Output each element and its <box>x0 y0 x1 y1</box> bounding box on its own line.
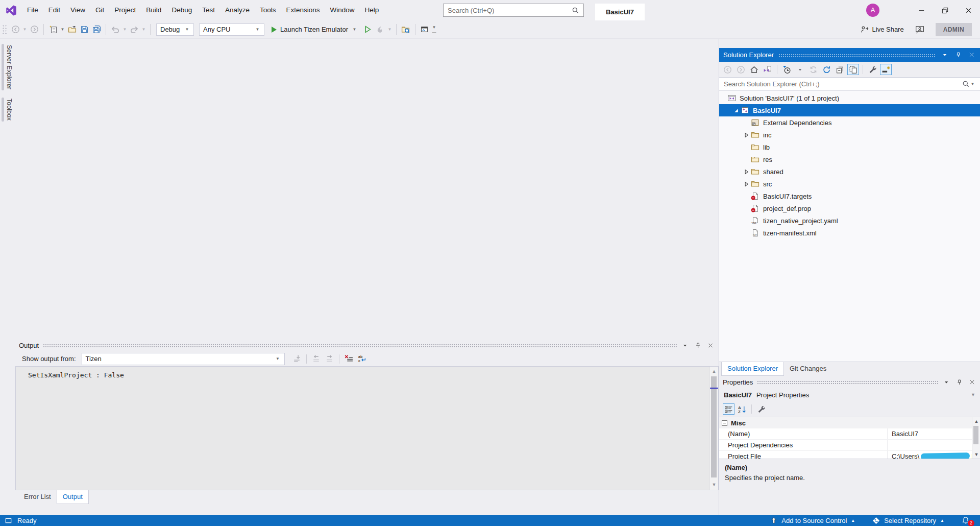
menu-item-help[interactable]: Help <box>360 0 384 20</box>
avatar[interactable]: A <box>866 4 879 17</box>
start-without-debugging-icon[interactable] <box>362 24 374 35</box>
toolbar-options-icon[interactable]: ▼— <box>431 25 437 34</box>
new-project-icon[interactable] <box>47 24 59 35</box>
scroll-down-icon[interactable]: ▼ <box>972 450 980 459</box>
tree-item-basicui7[interactable]: BasicUI7 <box>719 104 980 116</box>
home-icon[interactable] <box>748 64 760 75</box>
property-value[interactable]: BasicUI7 <box>888 428 980 439</box>
tree-item-external-dependencies[interactable]: External Dependencies <box>719 116 980 129</box>
tab-error-list[interactable]: Error List <box>18 490 57 504</box>
solution-explorer-search-input[interactable]: Search Solution Explorer (Ctrl+;) ▼ <box>719 77 980 90</box>
side-tab-server-explorer[interactable]: Server Explorer <box>2 44 13 90</box>
minimize-button[interactable] <box>910 0 933 20</box>
launch-tizen-emulator-button[interactable]: Launch Tizen Emulator ▼ <box>267 26 361 33</box>
pin-icon[interactable] <box>955 378 964 387</box>
property-row-project-dependencies[interactable]: Project Dependencies <box>719 440 980 451</box>
save-icon[interactable] <box>79 24 90 35</box>
alphabetical-sort-icon[interactable]: AZ <box>736 403 748 415</box>
expander-expanded-icon[interactable] <box>731 106 741 114</box>
live-share-button[interactable]: Live Share <box>861 25 904 34</box>
tree-item-res[interactable]: res <box>719 153 980 165</box>
tab-output[interactable]: Output <box>57 490 89 504</box>
output-scrollbar[interactable]: ▲ ▼ <box>709 367 718 490</box>
properties-wrench-icon[interactable] <box>867 64 878 75</box>
caret-down-icon[interactable] <box>794 64 806 75</box>
output-log[interactable]: SetIsXamlProject : False <box>15 366 719 490</box>
find-in-files-icon[interactable] <box>400 24 411 35</box>
window-position-caret-icon[interactable] <box>942 378 951 387</box>
background-tasks-icon[interactable] <box>5 517 12 524</box>
menu-item-edit[interactable]: Edit <box>43 0 65 20</box>
menu-item-build[interactable]: Build <box>141 0 166 20</box>
restore-icon[interactable] <box>821 64 832 75</box>
menu-item-tools[interactable]: Tools <box>255 0 281 20</box>
menu-item-analyze[interactable]: Analyze <box>220 0 255 20</box>
search-options-caret-icon[interactable]: ▼ <box>970 82 975 86</box>
property-row-name[interactable]: (Name)BasicUI7 <box>719 428 980 440</box>
restore-button[interactable] <box>933 0 957 20</box>
pending-changes-filter-icon[interactable] <box>781 64 793 75</box>
solution-platform-select[interactable]: Any CPU ▼ <box>199 23 264 36</box>
sync-with-active-document-icon[interactable] <box>762 64 773 75</box>
notifications-button[interactable]: 2 <box>962 516 970 524</box>
menu-item-file[interactable]: File <box>22 0 43 20</box>
preview-selected-items-icon[interactable] <box>880 64 892 75</box>
pin-icon[interactable] <box>954 51 963 59</box>
tree-item-solution-basicui7-1-of-1-project[interactable]: Solution 'BasicUI7' (1 of 1 project) <box>719 92 980 104</box>
expander-collapsed-icon[interactable] <box>742 131 751 139</box>
tree-item-basicui7-targets[interactable]: BasicUI7.targets <box>719 190 980 202</box>
admin-badge[interactable]: ADMIN <box>936 23 972 36</box>
tree-item-tizen-manifest-xml[interactable]: </>tizen-manifest.xml <box>719 227 980 239</box>
menu-item-extensions[interactable]: Extensions <box>281 0 325 20</box>
tree-item-inc[interactable]: inc <box>719 129 980 141</box>
select-repository-button[interactable]: Select Repository ▲ <box>872 517 944 524</box>
collapse-all-icon[interactable] <box>834 64 846 75</box>
close-icon[interactable] <box>967 51 976 59</box>
collapse-category-icon[interactable] <box>722 420 727 426</box>
window-position-caret-icon[interactable] <box>681 341 690 350</box>
properties-titlebar[interactable]: Properties <box>719 376 980 388</box>
menu-item-debug[interactable]: Debug <box>166 0 197 20</box>
menu-item-test[interactable]: Test <box>197 0 220 20</box>
output-panel-titlebar[interactable]: Output <box>15 339 719 351</box>
clear-all-icon[interactable] <box>343 353 355 365</box>
tab-solution-explorer[interactable]: Solution Explorer <box>721 362 784 376</box>
close-button[interactable] <box>957 0 980 20</box>
menu-item-window[interactable]: Window <box>325 0 360 20</box>
solution-configuration-select[interactable]: Debug ▼ <box>156 23 194 36</box>
expander-collapsed-icon[interactable] <box>742 168 751 176</box>
property-pages-wrench-icon[interactable] <box>755 403 767 415</box>
toolbar-drag-handle[interactable] <box>2 25 7 35</box>
add-to-source-control-button[interactable]: Add to Source Control ▲ <box>770 517 855 524</box>
word-wrap-icon[interactable]: abc <box>356 353 368 365</box>
pin-icon[interactable] <box>694 341 702 350</box>
open-file-icon[interactable] <box>66 24 78 35</box>
scrollbar-thumb[interactable] <box>973 426 978 444</box>
tree-item-src[interactable]: src <box>719 178 980 190</box>
show-all-files-icon[interactable] <box>847 64 859 75</box>
close-icon[interactable] <box>968 378 976 387</box>
menu-item-view[interactable]: View <box>65 0 90 20</box>
side-tab-toolbox[interactable]: Toolbox <box>2 98 13 122</box>
tree-item-project-def-prop[interactable]: project_def.prop <box>719 202 980 214</box>
save-all-icon[interactable] <box>91 24 102 35</box>
window-position-caret-icon[interactable] <box>941 51 949 59</box>
output-source-select[interactable]: Tizen ▼ <box>82 353 285 365</box>
solution-explorer-titlebar[interactable]: Solution Explorer <box>719 48 980 62</box>
tree-item-tizen-native-project-yaml[interactable]: YMLtizen_native_project.yaml <box>719 214 980 227</box>
window-layout-icon[interactable] <box>419 24 430 35</box>
expander-collapsed-icon[interactable] <box>742 180 751 188</box>
tree-item-lib[interactable]: lib <box>719 141 980 153</box>
tree-item-shared[interactable]: shared <box>719 165 980 178</box>
scroll-up-icon[interactable]: ▲ <box>710 367 718 375</box>
property-value[interactable]: C:\Users\Desktop\webde <box>888 451 980 459</box>
quick-search-input[interactable]: Search (Ctrl+Q) <box>443 4 584 17</box>
new-project-caret-icon[interactable]: ▼ <box>60 27 65 32</box>
scroll-down-icon[interactable]: ▼ <box>710 481 718 489</box>
properties-object-select[interactable]: BasicUI7 Project Properties ▼ <box>719 388 980 401</box>
categorized-icon[interactable] <box>723 403 734 415</box>
menu-item-git[interactable]: Git <box>90 0 109 20</box>
feedback-icon[interactable] <box>915 25 924 34</box>
close-icon[interactable] <box>706 341 715 350</box>
property-row-project-file[interactable]: Project FileC:\Users\Desktop\webde <box>719 451 980 459</box>
